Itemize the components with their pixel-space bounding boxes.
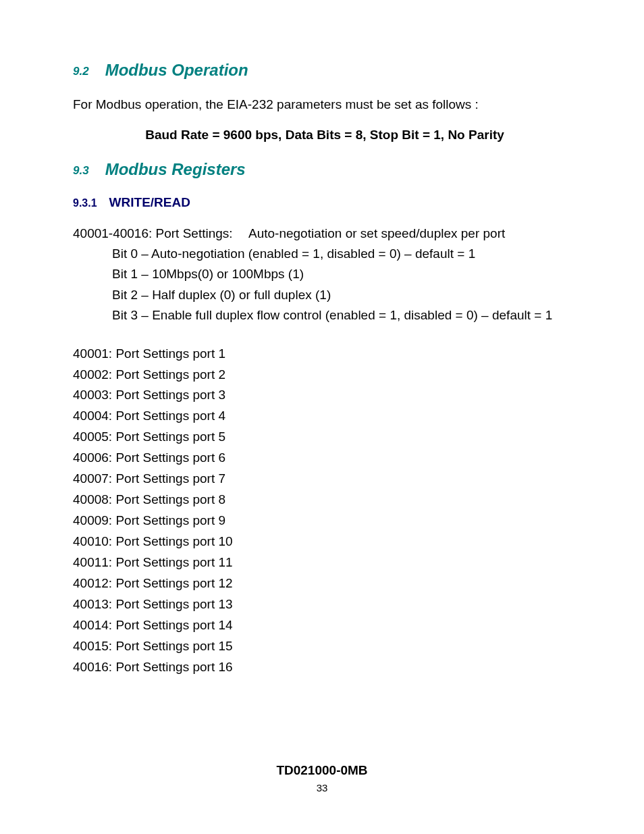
port-register: 40001: Port Settings port 1 — [73, 344, 576, 365]
port-register: 40015: Port Settings port 15 — [73, 636, 576, 657]
page-number: 33 — [0, 782, 644, 793]
register-range-desc: Auto-negotiation or set speed/duplex per… — [248, 224, 505, 244]
section-9-3-heading: 9.3Modbus Registers — [73, 160, 576, 179]
section-9-2-heading: 9.2Modbus Operation — [73, 61, 576, 80]
subsection-title: WRITE/READ — [109, 195, 190, 209]
port-register: 40009: Port Settings port 9 — [73, 511, 576, 531]
port-register: 40005: Port Settings port 5 — [73, 427, 576, 448]
document-page: 9.2Modbus Operation For Modbus operation… — [0, 0, 644, 834]
port-register: 40004: Port Settings port 4 — [73, 406, 576, 427]
bit-definition: Bit 3 – Enable full duplex flow control … — [112, 305, 576, 325]
intro-text: For Modbus operation, the EIA-232 parame… — [73, 96, 576, 114]
register-range-header: 40001-40016: Port Settings:Auto-negotiat… — [73, 224, 576, 244]
port-register: 40011: Port Settings port 11 — [73, 552, 576, 573]
section-9-3-1-heading: 9.3.1WRITE/READ — [73, 195, 576, 210]
section-number: 9.3 — [73, 164, 89, 177]
bit-definition: Bit 2 – Half duplex (0) or full duplex (… — [112, 285, 576, 305]
port-register: 40002: Port Settings port 2 — [73, 365, 576, 386]
page-footer: TD021000-0MB 33 — [0, 763, 644, 793]
port-register: 40016: Port Settings port 16 — [73, 657, 576, 678]
port-register-list: 40001: Port Settings port 1 40002: Port … — [73, 344, 576, 679]
bit-definition: Bit 1 – 10Mbps(0) or 100Mbps (1) — [112, 264, 576, 284]
port-register: 40010: Port Settings port 10 — [73, 531, 576, 552]
port-register: 40006: Port Settings port 6 — [73, 448, 576, 469]
eia232-parameters: Baud Rate = 9600 bps, Data Bits = 8, Sto… — [73, 128, 576, 142]
port-register: 40008: Port Settings port 8 — [73, 490, 576, 511]
port-register: 40012: Port Settings port 12 — [73, 573, 576, 594]
port-register: 40007: Port Settings port 7 — [73, 469, 576, 490]
section-title: Modbus Operation — [105, 61, 248, 79]
subsection-number: 9.3.1 — [73, 197, 97, 209]
bit-definition: Bit 0 – Auto-negotiation (enabled = 1, d… — [112, 244, 576, 264]
port-register: 40013: Port Settings port 13 — [73, 594, 576, 615]
section-title: Modbus Registers — [105, 160, 246, 178]
port-register: 40014: Port Settings port 14 — [73, 615, 576, 636]
document-id: TD021000-0MB — [0, 763, 644, 778]
port-register: 40003: Port Settings port 3 — [73, 385, 576, 406]
register-range-label: 40001-40016: Port Settings: — [73, 224, 248, 244]
section-number: 9.2 — [73, 65, 89, 78]
register-block: 40001-40016: Port Settings:Auto-negotiat… — [73, 224, 576, 678]
